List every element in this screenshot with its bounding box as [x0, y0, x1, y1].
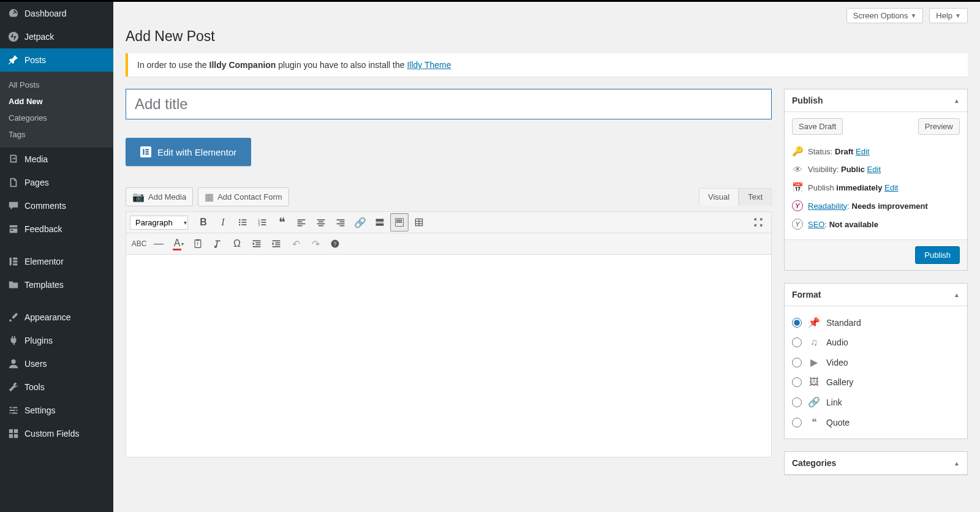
paragraph-format-select[interactable]: Paragraph	[130, 216, 188, 230]
notice-strong: Illdy Companion	[209, 60, 276, 70]
numbered-list-button[interactable]: 123	[253, 213, 271, 232]
toolbar-toggle-button[interactable]	[390, 213, 409, 232]
sidebar-label: Templates	[24, 280, 64, 290]
categories-metabox: Categories▲	[784, 451, 968, 475]
format-label: Link	[826, 397, 842, 407]
sidebar-label: Custom Fields	[24, 429, 79, 439]
publish-button[interactable]: Publish	[915, 246, 960, 264]
format-option-link[interactable]: 🔗Link	[792, 392, 960, 412]
format-option-gallery[interactable]: 🖼Gallery	[792, 372, 960, 392]
format-radio[interactable]	[792, 418, 802, 427]
format-label: Standard	[826, 318, 861, 328]
table-button[interactable]	[410, 213, 428, 232]
brush-icon	[7, 311, 20, 323]
italic-button[interactable]: I	[214, 213, 232, 232]
special-character-button[interactable]: Ω	[228, 235, 246, 253]
toolbar-row-1: Paragraph B I 123 ❝ 🔗	[126, 212, 771, 233]
format-radio[interactable]	[792, 377, 802, 387]
svg-rect-25	[261, 224, 266, 225]
paste-text-button[interactable]: T	[189, 235, 207, 253]
sidebar-label: Pages	[24, 178, 49, 187]
add-contact-form-button[interactable]: ▦Add Contact Form	[198, 187, 289, 206]
yoast-icon: Y	[792, 200, 803, 211]
link-button[interactable]: 🔗	[351, 213, 369, 232]
sidebar-item-jetpack[interactable]: Jetpack	[0, 25, 113, 48]
notice-text: In order to use the	[137, 60, 209, 70]
save-draft-button[interactable]: Save Draft	[792, 118, 843, 135]
text-color-button[interactable]: A ▾	[169, 235, 187, 253]
sidebar-label: Feedback	[24, 224, 62, 234]
format-radio[interactable]	[792, 337, 802, 347]
undo-button[interactable]: ↶	[287, 235, 305, 253]
fullscreen-button[interactable]	[749, 213, 767, 232]
sidebar-item-pages[interactable]: Pages	[0, 171, 113, 194]
sidebar-item-templates[interactable]: Templates	[0, 273, 113, 296]
format-radio[interactable]	[792, 358, 802, 367]
submenu-add-new[interactable]: Add New	[0, 93, 113, 110]
sidebar-item-dashboard[interactable]: Dashboard	[0, 2, 113, 25]
align-right-button[interactable]	[331, 213, 350, 232]
format-option-quote[interactable]: ❝Quote	[792, 412, 960, 432]
format-option-audio[interactable]: ♫Audio	[792, 333, 960, 352]
edit-visibility-link[interactable]: Edit	[867, 165, 881, 174]
edit-publish-date-link[interactable]: Edit	[884, 183, 898, 192]
sidebar-item-media[interactable]: Media	[0, 148, 113, 171]
publish-label: Publish	[808, 183, 834, 192]
edit-with-elementor-button[interactable]: Edit with Elementor	[126, 138, 251, 166]
publish-heading[interactable]: Publish▲	[785, 89, 967, 112]
strikethrough-button[interactable]: ABC	[130, 235, 148, 253]
help-button[interactable]: Help ▼	[929, 8, 968, 23]
svg-rect-60	[275, 243, 280, 244]
screen-options-label: Screen Options	[853, 11, 908, 20]
edit-status-link[interactable]: Edit	[856, 147, 869, 156]
format-radio[interactable]	[792, 318, 802, 328]
format-heading[interactable]: Format▲	[785, 284, 967, 306]
outdent-button[interactable]	[247, 235, 266, 253]
sidebar-item-comments[interactable]: Comments	[0, 194, 113, 217]
sliders-icon	[7, 404, 20, 416]
sidebar-item-settings[interactable]: Settings	[0, 399, 113, 422]
redo-button[interactable]: ↷	[306, 235, 325, 253]
readability-link[interactable]: Readability	[808, 201, 847, 211]
music-icon: ♫	[808, 337, 820, 348]
content-editor[interactable]	[126, 255, 771, 457]
bold-button[interactable]: B	[194, 213, 213, 232]
screen-options-button[interactable]: Screen Options ▼	[846, 8, 924, 23]
keyboard-help-button[interactable]: ?	[326, 235, 344, 253]
hr-button[interactable]: —	[149, 235, 168, 253]
clear-formatting-button[interactable]	[208, 235, 227, 253]
svg-rect-17	[241, 222, 246, 223]
categories-heading[interactable]: Categories▲	[785, 452, 967, 475]
sidebar-item-appearance[interactable]: Appearance	[0, 306, 113, 329]
format-radio[interactable]	[792, 397, 802, 407]
seo-link[interactable]: SEO	[808, 220, 824, 229]
sidebar-item-users[interactable]: Users	[0, 352, 113, 375]
sidebar-item-custom-fields[interactable]: Custom Fields	[0, 422, 113, 445]
svg-rect-33	[318, 225, 323, 227]
tab-text[interactable]: Text	[739, 188, 772, 206]
svg-rect-7	[14, 429, 18, 433]
submenu-categories[interactable]: Categories	[0, 110, 113, 126]
align-left-button[interactable]	[292, 213, 311, 232]
sidebar-item-plugins[interactable]: Plugins	[0, 329, 113, 352]
sidebar-item-tools[interactable]: Tools	[0, 375, 113, 399]
indent-button[interactable]	[267, 235, 285, 253]
format-option-video[interactable]: ▶Video	[792, 352, 960, 372]
read-more-button[interactable]	[371, 213, 389, 232]
add-media-button[interactable]: 📷Add Media	[126, 187, 193, 206]
align-center-button[interactable]	[312, 213, 330, 232]
blockquote-button[interactable]: ❝	[273, 213, 291, 232]
sidebar-item-posts[interactable]: Posts	[0, 48, 113, 72]
format-label: Quote	[826, 418, 850, 427]
sidebar-label: Media	[24, 154, 48, 164]
notice-link[interactable]: Illdy Theme	[407, 60, 451, 70]
format-option-standard[interactable]: 📌Standard	[792, 312, 960, 333]
submenu-tags[interactable]: Tags	[0, 126, 113, 143]
sidebar-item-elementor[interactable]: Elementor	[0, 250, 113, 273]
submenu-all-posts[interactable]: All Posts	[0, 77, 113, 93]
preview-button[interactable]: Preview	[918, 118, 960, 135]
post-title-input[interactable]	[126, 89, 772, 119]
bullet-list-button[interactable]	[233, 213, 252, 232]
tab-visual[interactable]: Visual	[699, 188, 739, 206]
sidebar-item-feedback[interactable]: Feedback	[0, 217, 113, 241]
